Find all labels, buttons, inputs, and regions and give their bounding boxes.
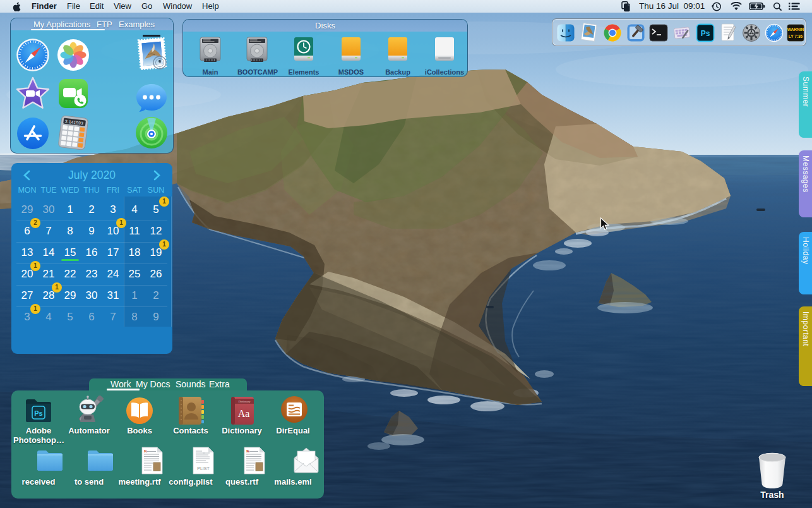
svg-text:WARNIN: WARNIN xyxy=(787,27,804,32)
svg-text:Aa: Aa xyxy=(238,408,250,419)
svg-text:Dictionary: Dictionary xyxy=(238,400,251,403)
svg-text:PLIST: PLIST xyxy=(197,466,210,471)
svg-text:LY 7:36: LY 7:36 xyxy=(789,34,803,39)
svg-text:Ps: Ps xyxy=(34,409,42,417)
svg-text:Ps: Ps xyxy=(701,29,710,38)
